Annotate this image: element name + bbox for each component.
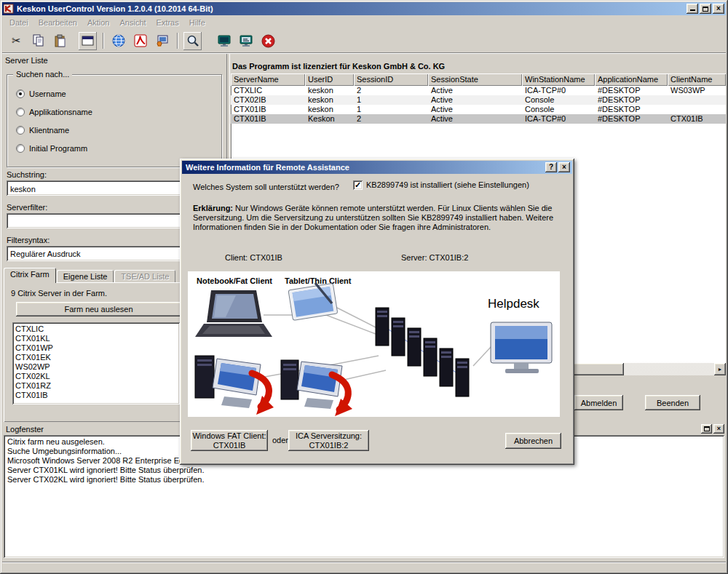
button-label: Abbrechen (514, 437, 553, 445)
globe-icon (112, 34, 125, 47)
radio-klientname[interactable]: Klientname (16, 126, 69, 135)
helpdesk-monitor-graphic (491, 322, 552, 373)
farm-refresh-button[interactable]: Farm neu auslesen (16, 302, 181, 316)
kb-installed-checkbox-row[interactable]: ✓ KB2899749 ist installiert (siehe Einst… (353, 180, 529, 190)
tab-citrix-farm[interactable]: Citrix Farm (4, 268, 56, 283)
column-header-clientname[interactable]: ClientName (668, 73, 726, 86)
dialog-titlebar[interactable]: Weitere Information für Remote Assistanc… (182, 161, 572, 174)
cell-applicationname: #DESKTOP (595, 95, 668, 105)
column-header-sessionstate[interactable]: SessionState (428, 73, 522, 86)
cell-sessionid: 1 (354, 105, 428, 114)
groupbox-legend: Suchen nach... (13, 70, 72, 79)
copy-button[interactable] (29, 32, 47, 50)
maximize-button[interactable] (700, 4, 711, 14)
beenden-button[interactable]: Beenden (645, 395, 700, 410)
form-window-button[interactable] (79, 32, 97, 50)
menu-datei[interactable]: Datei (4, 17, 33, 28)
column-header-userid[interactable]: UserID (305, 73, 354, 86)
tab-label: Eigene Liste (63, 272, 108, 281)
web-button[interactable] (109, 32, 127, 50)
search-icon (186, 34, 199, 47)
pdf-button[interactable] (131, 32, 149, 50)
cell-winstationname: Console (522, 95, 595, 105)
console-monitor-button[interactable] (215, 32, 234, 50)
cell-userid: keskon (305, 105, 354, 114)
oder-text: oder (272, 436, 288, 445)
cell-clientname: WS03WP (668, 86, 726, 95)
dock-icon (704, 426, 710, 431)
desktop-client-1-graphic (195, 356, 274, 415)
checkbox-label: KB2899749 ist installiert (siehe Einstel… (366, 180, 529, 189)
app-window: Keskon UserControl Version 1.2.0.4 (10.2… (0, 0, 728, 574)
menu-extras[interactable]: Extras (151, 17, 184, 28)
radio-initial-programm[interactable]: Initial Programm (16, 144, 87, 153)
button-value: CTX01IB:2 (309, 441, 349, 450)
cell-userid: Keskon (305, 114, 354, 124)
toolbar-separator (103, 33, 104, 49)
windows-fat-client-button[interactable]: Windows FAT Client: CTX01IB (191, 430, 268, 451)
list-item[interactable]: WS02WP (15, 362, 180, 372)
column-header-sessionid[interactable]: SessionID (354, 73, 428, 86)
radio-icon (16, 108, 25, 116)
paste-button[interactable] (51, 32, 69, 50)
maximize-icon (703, 7, 708, 12)
cell-clientname: CTX01IB (668, 114, 726, 124)
table-row[interactable]: CTX02IB keskon 1 Active Console #DESKTOP (231, 95, 726, 105)
menu-bearbeiten[interactable]: Bearbeiten (33, 17, 82, 28)
table-header: ServerName UserID SessionID SessionState… (231, 73, 726, 86)
list-item[interactable]: CTXLIC (15, 324, 180, 334)
column-header-winstationname[interactable]: WinStationName (522, 73, 595, 86)
close-button[interactable]: × (713, 4, 724, 14)
disconnect-button[interactable] (259, 32, 277, 50)
list-item[interactable]: CTX01RZ (15, 381, 180, 391)
menu-ansicht[interactable]: Ansicht (114, 17, 151, 28)
tab-label: Citrix Farm (10, 270, 50, 279)
checkbox-checked-icon[interactable]: ✓ (353, 180, 363, 190)
list-item[interactable]: CTX02KL (15, 372, 180, 381)
table-row[interactable]: CTX01IB keskon 1 Active Console #DESKTOP (231, 105, 726, 114)
table-row[interactable]: CTXLIC keskon 2 Active ICA-TCP#0 #DESKTO… (231, 86, 726, 95)
license-text: Das Programm ist lizenziert für Keskon G… (232, 62, 445, 71)
list-item[interactable]: CTX01IB (15, 391, 180, 400)
user-session-icon (156, 34, 169, 47)
remote-monitor-button[interactable] (237, 32, 256, 50)
menu-hilfe[interactable]: Hilfe (184, 17, 210, 28)
remote-assistance-dialog: Weitere Information für Remote Assistanc… (180, 159, 574, 465)
ica-serversitzung-button[interactable]: ICA Serversitzung: CTX01IB:2 (288, 430, 369, 451)
button-value: CTX01IB (213, 441, 246, 450)
user-session-button[interactable] (153, 32, 171, 50)
dialog-help-button[interactable]: ? (545, 162, 557, 172)
notebook-label: Notebook/Fat Client (197, 276, 272, 285)
log-dock-button[interactable] (701, 424, 712, 434)
radio-icon (16, 89, 25, 98)
list-item[interactable]: CTX01KL (15, 334, 180, 343)
search-by-groupbox: Suchen nach... Username Applikationsname… (7, 74, 222, 167)
help-icon: ? (549, 163, 553, 172)
radio-username[interactable]: Username (16, 89, 66, 98)
abmelden-button[interactable]: Abmelden (574, 395, 623, 410)
search-button[interactable] (183, 32, 202, 50)
scroll-right-button[interactable]: ► (714, 363, 726, 375)
radio-icon (16, 144, 25, 153)
list-item[interactable]: CTX01WP (15, 343, 180, 353)
tab-eigene-liste[interactable]: Eigene Liste (57, 270, 114, 283)
abbrechen-button[interactable]: Abbrechen (505, 433, 561, 449)
log-close-button[interactable]: × (713, 424, 724, 434)
column-header-applicationname[interactable]: ApplicationName (595, 73, 668, 86)
pdf-icon (134, 34, 147, 47)
cut-button[interactable]: ✂ (7, 32, 25, 50)
column-header-servername[interactable]: ServerName (231, 73, 305, 86)
radio-applikationsname[interactable]: Applikationsname (16, 108, 92, 116)
list-item[interactable]: CTX01EK (15, 353, 180, 362)
menu-aktion[interactable]: Aktion (82, 17, 115, 28)
paste-icon (54, 34, 67, 47)
cell-sessionid: 1 (354, 95, 428, 105)
server-stack-graphic (376, 308, 469, 396)
cell-sessionstate: Active (428, 86, 522, 95)
dialog-close-button[interactable]: × (558, 162, 570, 172)
minimize-button[interactable] (687, 4, 698, 14)
window-titlebar[interactable]: Keskon UserControl Version 1.2.0.4 (10.2… (2, 2, 726, 15)
console-monitor-icon (218, 34, 232, 47)
server-listbox[interactable]: CTXLIC CTX01KL CTX01WP CTX01EK WS02WP CT… (12, 322, 180, 404)
table-row-selected[interactable]: CTX01IB Keskon 2 Active ICA-TCP#0 #DESKT… (231, 114, 726, 124)
